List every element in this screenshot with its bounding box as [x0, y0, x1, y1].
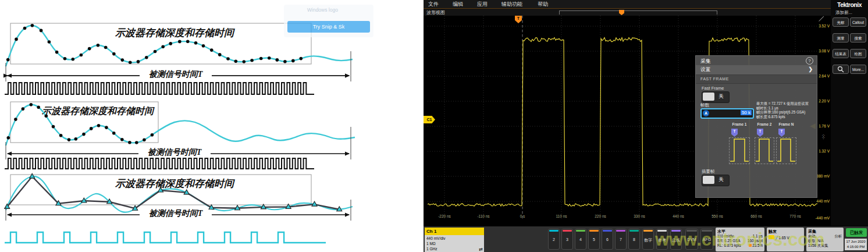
fastframe-label: Fast Frame — [702, 86, 724, 91]
diagram-title: 示波器存储深度和存储时间 — [115, 27, 235, 38]
results-bar: Tektronix 添加新... 光标 Callout 测量 搜索 结果表 绘图… — [831, 0, 868, 226]
ch1-name: Ch 1 — [425, 228, 484, 235]
callout-button[interactable]: Callout — [850, 17, 866, 27]
time-label: 550 ns — [706, 214, 729, 218]
frame-pulses — [696, 133, 818, 168]
menu-apply[interactable]: 应用 — [477, 1, 488, 8]
sample-clock-dense — [5, 83, 314, 94]
settings-label: 设置 — [700, 66, 710, 73]
time-label: -110 ns — [472, 214, 495, 218]
waveform-display: T C1 ⁘⁘ 3.52 V 3.08 V 2.64 V 2.20 V 1.76… — [424, 16, 831, 226]
ch6-button[interactable]: 6 — [602, 229, 613, 250]
sample-clock-sparse — [5, 232, 326, 243]
frameN-label: Frame N — [775, 122, 798, 126]
view-tab-row: 波形视图 — [424, 9, 831, 16]
more-button[interactable]: More... — [850, 65, 866, 74]
swap-icon: ⇄ — [479, 247, 483, 252]
fastframe-section-header: FAST FRAME — [696, 74, 817, 84]
add-new-label: 添加新... — [835, 10, 852, 16]
time-label: 0 s — [511, 214, 534, 218]
help-icon[interactable]: ? — [806, 57, 813, 65]
v-scale-label: 3.52 V — [812, 24, 830, 28]
measure-button[interactable]: 测量 — [833, 33, 849, 42]
chevron-right-icon: ❯ — [808, 66, 813, 72]
datetime-display: 17 Jun 2020 4:15:00 PM — [845, 239, 867, 250]
menu-utility[interactable]: 辅助功能 — [501, 1, 522, 8]
ch4-button[interactable]: 4 — [575, 229, 586, 250]
diagram-undersampling: 示波器存储深度和存储时间 被测信号时间T — [0, 172, 378, 252]
ch1-badge[interactable]: Ch 1 440 mV/div 1 MΩ 1 GHz ⇄ — [425, 228, 484, 251]
settings-row[interactable]: 设置 ❯ — [696, 65, 817, 74]
v-scale-bottom-label: -440 mV — [810, 216, 830, 220]
zoom-tool-button[interactable] — [833, 65, 849, 74]
summary-frame-toggle[interactable]: 关 — [702, 175, 730, 186]
ch3-button[interactable]: 3 — [561, 229, 573, 250]
time-label: 660 ns — [745, 214, 768, 218]
diagram-title: 示波器存储深度和存储时间 — [115, 178, 235, 189]
toggle-knob — [703, 93, 714, 101]
oscilloscope-app: 文件 编辑 应用 辅助功能 帮助 波形视图 T C1 ⁘⁘ 3.52 V 3.0… — [424, 0, 868, 252]
panel-drag-handle[interactable]: ⁘⁘ — [821, 135, 826, 140]
plot-button[interactable]: 绘图 — [850, 49, 866, 58]
ch2-button[interactable]: 2 — [548, 229, 560, 250]
fastframe-toggle[interactable]: 关 — [702, 91, 730, 103]
frame2-label: Frame 2 — [753, 122, 775, 126]
search-button[interactable]: 搜索 — [850, 33, 866, 42]
zoom-extent-ruler[interactable] — [559, 10, 717, 15]
tektronix-logo: Tektronix — [831, 1, 868, 8]
v-scale-label: 3.08 V — [812, 49, 830, 53]
digital-button[interactable]: 数字 — [642, 229, 654, 250]
frame-count-label: 帧数 — [700, 102, 709, 108]
v-scale-label: 440 mV — [812, 199, 830, 203]
ch5-button[interactable]: 5 — [588, 229, 600, 250]
screenshot-root: 示波器存储深度和存储时间 被测信号时间T 示波器存储深度和存储时间 被测 — [0, 0, 868, 252]
menu-help[interactable]: 帮助 — [538, 1, 548, 8]
time-label: 440 ns — [667, 214, 690, 218]
cursor-button[interactable]: 光标 — [833, 17, 849, 27]
frame-count-value: 50 k — [741, 110, 752, 115]
ch1-settings: 440 mV/div 1 MΩ 1 GHz ⇄ — [425, 235, 484, 252]
watermark: www.cntronics.com — [655, 229, 825, 250]
summary-frame-label: 摘要帧 — [702, 169, 715, 175]
ch7-button[interactable]: 7 — [615, 229, 627, 250]
time-label: 110 ns — [550, 214, 573, 218]
try-snip-button[interactable]: Try Snip & Sk — [287, 21, 370, 33]
magnifier-icon — [837, 66, 845, 73]
results-table-button[interactable]: 结果表 — [833, 49, 849, 58]
trigger-status-badge: 已触发 — [846, 228, 867, 237]
knob-a-icon: A — [703, 110, 709, 116]
sampling-diagrams: 示波器存储深度和存储时间 被测信号时间T 示波器存储深度和存储时间 被测 — [0, 0, 384, 252]
menu-edit[interactable]: 编辑 — [453, 1, 463, 8]
menu-file[interactable]: 文件 — [428, 1, 439, 8]
sample-clock-dense — [5, 158, 314, 169]
tab-waveform-view[interactable]: 波形视图 — [426, 9, 445, 16]
time-span-label: 被测信号时间T — [149, 69, 204, 79]
diagram-short-memory: 示波器存储深度和存储时间 被测信号时间T — [0, 98, 378, 172]
panel-title: 采集 — [700, 58, 711, 65]
acquisition-panel: 采集 ? 设置 ❯ FAST FRAME Fast Frame 关 帧数 A 5… — [695, 55, 817, 198]
time-span-label: 被测信号时间T — [148, 147, 202, 157]
windows-notification-remnant: Windows logo Try Snip & Sk — [284, 5, 373, 37]
toggle-knob — [703, 176, 714, 184]
frame-count-input[interactable]: A 50 k — [700, 108, 754, 119]
time-label: 220 ns — [589, 214, 612, 218]
time-label: 770 ns — [784, 214, 807, 218]
fastframe-info: 最大值 = 72.727 k 使用这些设置 帧时长:1.1 μs 帧分辨率:16… — [756, 101, 809, 119]
diagram-title: 示波器存储深度和存储时间 — [41, 105, 155, 116]
time-label: -220 ns — [433, 214, 456, 218]
frame1-label: Frame 1 — [728, 122, 751, 126]
notification-text: Windows logo — [307, 7, 338, 13]
ch8-button[interactable]: 8 — [628, 229, 640, 250]
time-span-label: 被测信号时间T — [149, 208, 204, 218]
menu-bar: 文件 编辑 应用 辅助功能 帮助 — [424, 0, 831, 9]
time-label: 330 ns — [628, 214, 651, 218]
